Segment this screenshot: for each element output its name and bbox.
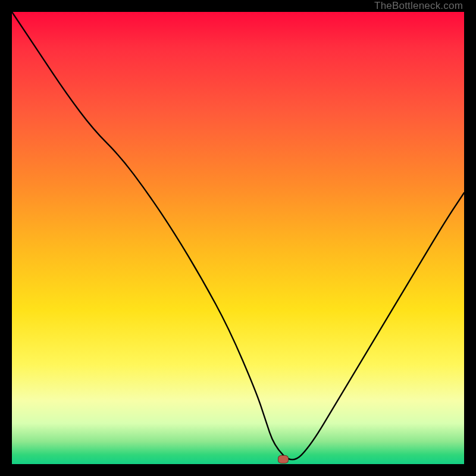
- bottleneck-curve: [12, 12, 464, 464]
- plot-area: [12, 12, 464, 464]
- watermark-text: TheBottleneck.com: [374, 0, 463, 12]
- optimal-point-marker: [278, 455, 289, 464]
- chart-frame: TheBottleneck.com: [0, 0, 476, 476]
